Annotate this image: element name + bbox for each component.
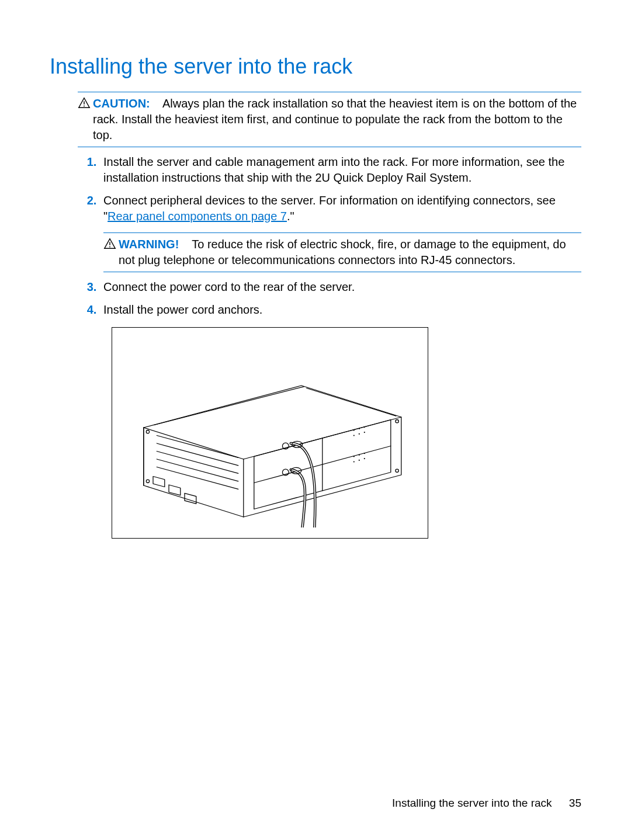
- svg-point-17: [353, 456, 355, 457]
- step-4: Install the power cord anchors.: [100, 302, 581, 318]
- svg-point-14: [353, 435, 355, 436]
- svg-point-16: [364, 432, 365, 433]
- page-footer: Installing the server into the rack 35: [392, 796, 581, 811]
- warning-label: WARNING!: [119, 238, 179, 251]
- step-1: Install the server and cable management …: [100, 154, 581, 186]
- step-2-post: .": [287, 210, 294, 223]
- warning-box: WARNING! To reduce the risk of electric …: [103, 232, 581, 272]
- server-line-art-icon: [122, 338, 418, 527]
- footer-title: Installing the server into the rack: [392, 797, 552, 809]
- svg-point-26: [396, 469, 398, 472]
- svg-point-21: [359, 459, 360, 460]
- svg-point-1: [84, 105, 85, 106]
- caution-box: CAUTION: Always plan the rack installati…: [78, 92, 581, 147]
- svg-point-20: [353, 461, 355, 462]
- svg-point-22: [364, 458, 365, 459]
- step-3: Connect the power cord to the rear of th…: [100, 279, 581, 295]
- caution-label: CAUTION:: [93, 97, 150, 110]
- section-heading: Installing the server into the rack: [50, 53, 581, 81]
- warning-triangle-icon: [103, 237, 119, 254]
- svg-point-19: [364, 453, 365, 454]
- svg-rect-4: [153, 476, 165, 487]
- svg-point-13: [364, 426, 365, 428]
- footer-page-number: 35: [569, 797, 581, 809]
- svg-point-23: [147, 430, 150, 433]
- svg-rect-6: [185, 493, 196, 504]
- svg-point-25: [396, 419, 398, 422]
- svg-point-24: [147, 480, 150, 483]
- svg-point-18: [359, 454, 360, 455]
- step-2: Connect peripheral devices to the server…: [100, 193, 581, 272]
- warning-triangle-icon: [78, 96, 93, 113]
- step-list: Install the server and cable management …: [78, 154, 581, 318]
- svg-point-12: [359, 428, 360, 429]
- rear-panel-link[interactable]: Rear panel components on page 7: [108, 210, 287, 223]
- svg-point-11: [353, 429, 355, 431]
- svg-point-3: [109, 246, 110, 247]
- svg-point-15: [359, 433, 360, 434]
- server-rear-illustration: [112, 327, 428, 539]
- caution-text: Always plan the rack installation so tha…: [93, 97, 577, 141]
